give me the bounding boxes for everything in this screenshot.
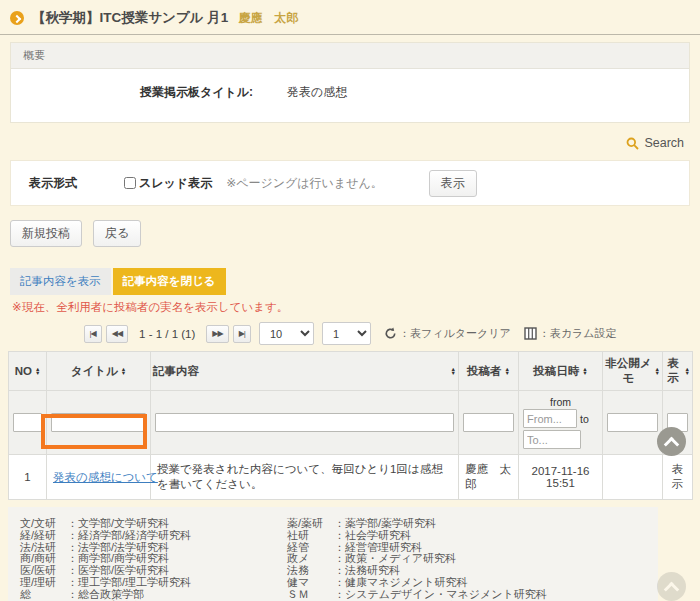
- page-number-select[interactable]: 1: [322, 322, 371, 345]
- col-label-content: 記事内容: [153, 364, 199, 379]
- legend-right-column: 薬/薬研：薬学部/薬学研究科 社研：社会学研究科 経管：経営管理研究科 政メ：政…: [287, 518, 547, 601]
- faculty-legend: 文/文研：文学部/文学研究科 経/経研：経済学部/経済学研究科 法/法研：法学部…: [8, 507, 658, 601]
- last-page-icon: ▶|: [239, 329, 245, 338]
- row-no: 1: [9, 455, 47, 500]
- sort-icon[interactable]: ▲▼: [121, 367, 126, 376]
- column-config-control: ：表カラム設定: [524, 326, 617, 341]
- row-author: 慶應 太郎: [459, 455, 519, 500]
- legend-item: 政メ：政策・メディア研究科: [287, 553, 547, 565]
- filter-clear-label[interactable]: ：表フィルタークリア: [399, 326, 511, 341]
- col-label-title: タイトル: [71, 364, 118, 379]
- filter-content-input[interactable]: [155, 413, 454, 432]
- col-label-author: 投稿者: [467, 364, 502, 379]
- overview-panel: 概要 授業掲示板タイトル: 発表の感想: [10, 42, 690, 123]
- sort-icon[interactable]: ▲▼: [655, 367, 660, 376]
- overview-body: 授業掲示板タイトル: 発表の感想: [11, 69, 689, 122]
- filter-no-input[interactable]: [13, 413, 42, 432]
- prev-page-icon: ◀◀: [112, 329, 122, 338]
- user-name-link[interactable]: 慶應 太郎: [238, 10, 298, 27]
- sort-icon[interactable]: ▲▼: [505, 367, 510, 376]
- filter-title-input[interactable]: [51, 413, 146, 432]
- col-header-title[interactable]: タイトル▲▼: [47, 352, 151, 391]
- row-memo: [603, 455, 663, 500]
- col-header-no[interactable]: NO▲▼: [9, 352, 47, 391]
- first-page-button[interactable]: |◀: [84, 325, 102, 343]
- pagination-bar: |◀ ◀◀ 1 - 1 / 1 (1) ▶▶ ▶| 10 1 ：表フィルタークリ…: [0, 322, 700, 345]
- content-tabs: 記事内容を表示 記事内容を閉じる: [10, 268, 690, 295]
- paging-note: ※ページングは行いません。: [226, 175, 383, 192]
- sort-icon[interactable]: ▲▼: [35, 367, 40, 376]
- col-header-date[interactable]: 投稿日時▲▼: [519, 352, 603, 391]
- first-page-icon: |◀: [90, 329, 96, 338]
- refresh-icon[interactable]: [384, 327, 397, 340]
- filter-memo-input[interactable]: [607, 413, 658, 432]
- legend-item: 健マ：健康マネジメント研究科: [287, 577, 547, 589]
- col-label-date: 投稿日時: [533, 364, 579, 379]
- column-settings-icon[interactable]: [524, 327, 537, 340]
- table-header-row: NO▲▼ タイトル▲▼ 記事内容▲▼ 投稿者▲▼ 投稿日時▲▼ 非公開メモ▲▼ …: [9, 352, 693, 391]
- sort-icon[interactable]: ▲▼: [582, 367, 587, 376]
- board-title-label: 授業掲示板タイトル:: [11, 84, 253, 101]
- page-range-info: 1 - 1 / 1 (1): [139, 328, 195, 340]
- scroll-to-top-button-faded[interactable]: [657, 572, 686, 601]
- legend-item: ＳＭ：システムデザイン・マネジメント研究科: [287, 589, 547, 601]
- last-page-button[interactable]: ▶|: [233, 325, 251, 343]
- top-action-row: 新規投稿 戻る: [10, 220, 690, 247]
- thread-display-checkbox[interactable]: [124, 177, 136, 189]
- tab-close-content[interactable]: 記事内容を閉じる: [113, 268, 226, 295]
- date-filter: from to: [523, 396, 598, 449]
- legend-item: 薬/薬研：薬学部/薬学研究科: [287, 518, 547, 530]
- col-header-show[interactable]: 表示▲▼: [663, 352, 693, 391]
- date-from-label: from: [523, 396, 598, 408]
- col-header-content[interactable]: 記事内容▲▼: [151, 352, 459, 391]
- display-button[interactable]: 表示: [429, 170, 477, 197]
- posts-table-wrap: NO▲▼ タイトル▲▼ 記事内容▲▼ 投稿者▲▼ 投稿日時▲▼ 非公開メモ▲▼ …: [8, 351, 692, 500]
- col-label-memo: 非公開メモ: [605, 356, 652, 386]
- filter-date-to-input[interactable]: [523, 430, 581, 449]
- overview-heading: 概要: [11, 43, 689, 69]
- display-format-panel: 表示形式 スレッド表示 ※ページングは行いません。 表示: [10, 160, 690, 206]
- search-row: Search: [0, 123, 700, 153]
- row-date: 2017-11-16 15:51: [519, 455, 603, 500]
- date-to-label: to: [580, 413, 589, 425]
- posts-table: NO▲▼ タイトル▲▼ 記事内容▲▼ 投稿者▲▼ 投稿日時▲▼ 非公開メモ▲▼ …: [8, 351, 693, 500]
- page-size-select[interactable]: 10: [259, 322, 314, 345]
- post-title-link[interactable]: 発表の感想について: [53, 471, 158, 483]
- filter-author-input[interactable]: [463, 413, 514, 432]
- new-post-button[interactable]: 新規投稿: [10, 220, 82, 247]
- sort-icon[interactable]: ▲▼: [451, 367, 456, 376]
- legend-item: 経/経研：経済学部/経済学研究科: [20, 530, 191, 542]
- header-divider: [0, 34, 700, 35]
- thread-display-label: スレッド表示: [139, 175, 212, 192]
- filter-clear-control: ：表フィルタークリア: [384, 326, 511, 341]
- legend-item: 理/理研：理工学部/理工学研究科: [20, 577, 191, 589]
- search-link[interactable]: Search: [644, 136, 684, 150]
- page-header: 【秋学期】ITC授業サンプル 月1 慶應 太郎: [0, 0, 700, 34]
- col-header-author[interactable]: 投稿者▲▼: [459, 352, 519, 391]
- next-page-button[interactable]: ▶▶: [206, 325, 228, 343]
- sort-icon[interactable]: ▲▼: [685, 367, 690, 376]
- table-filter-row: from to: [9, 391, 693, 455]
- scroll-to-top-button[interactable]: [657, 427, 686, 456]
- arrow-bullet-icon: [10, 11, 24, 25]
- thread-display-option: スレッド表示: [124, 175, 212, 192]
- row-content: 授業で発表された内容について、毎回ひとり1回は感想を書いてください。: [151, 455, 459, 500]
- realname-notice: ※現在、全利用者に投稿者の実名を表示しています。: [12, 300, 688, 315]
- board-title-value: 発表の感想: [287, 84, 347, 101]
- row-show-link[interactable]: 表示: [663, 455, 693, 500]
- legend-item: 総：総合政策学部: [20, 589, 191, 601]
- filter-date-from-input[interactable]: [523, 409, 577, 428]
- col-header-memo[interactable]: 非公開メモ▲▼: [603, 352, 663, 391]
- next-page-icon: ▶▶: [212, 329, 222, 338]
- col-label-show: 表示: [665, 356, 682, 386]
- legend-left-column: 文/文研：文学部/文学研究科 経/経研：経済学部/経済学研究科 法/法研：法学部…: [20, 518, 191, 601]
- back-button[interactable]: 戻る: [93, 220, 141, 247]
- col-label-no: NO: [15, 365, 32, 377]
- legend-item: 社研：社会学研究科: [287, 530, 547, 542]
- prev-page-button[interactable]: ◀◀: [106, 325, 128, 343]
- search-icon: [626, 137, 639, 150]
- tab-show-content[interactable]: 記事内容を表示: [10, 268, 111, 295]
- table-row: 1 発表の感想について 授業で発表された内容について、毎回ひとり1回は感想を書い…: [9, 455, 693, 500]
- column-config-label[interactable]: ：表カラム設定: [539, 326, 617, 341]
- page-title: 【秋学期】ITC授業サンプル 月1: [32, 9, 228, 27]
